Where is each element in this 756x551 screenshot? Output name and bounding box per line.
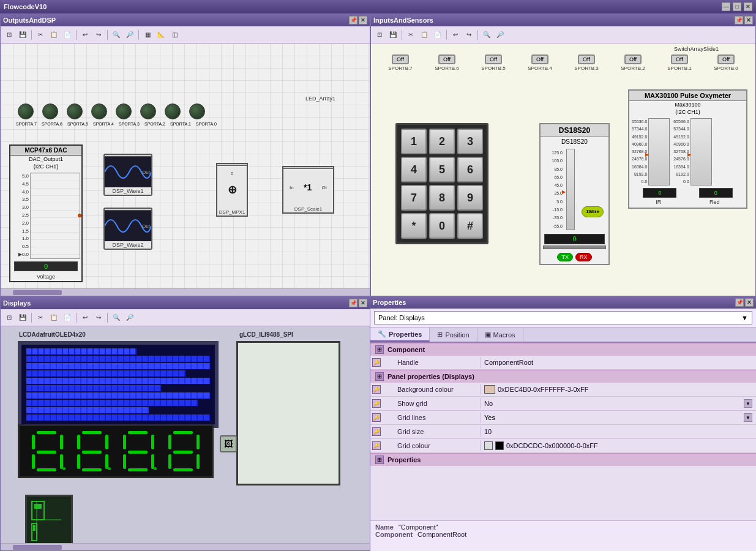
- panel-selector-dropdown[interactable]: Panel: Displays ▼: [374, 311, 752, 324]
- led-1[interactable]: [165, 103, 181, 119]
- key-0[interactable]: 0: [429, 213, 455, 239]
- displays-scrollbar[interactable]: [1, 543, 370, 550]
- outputs-scrollbar[interactable]: [1, 288, 370, 296]
- prop-bg-colour-value[interactable]: 0xDEC4B0-0xFFFFFF-3-0xFF: [481, 383, 756, 395]
- displays-pin-btn[interactable]: 📌: [349, 299, 357, 307]
- inputs-close-btn[interactable]: ✕: [744, 16, 753, 24]
- inputs-pin-btn[interactable]: 📌: [735, 16, 743, 24]
- key-3[interactable]: 3: [457, 129, 483, 154]
- inp-tool-7[interactable]: ↪: [463, 29, 475, 41]
- switch-7[interactable]: Off: [392, 54, 409, 64]
- key-7[interactable]: 7: [401, 185, 427, 211]
- prop-grid-lines-icon: 🔑: [370, 411, 383, 424]
- switch-1[interactable]: Off: [671, 54, 688, 64]
- show-grid-dropdown-btn[interactable]: ▼: [744, 399, 752, 408]
- tool-align[interactable]: 📐: [155, 29, 167, 41]
- tab-position-label: Position: [445, 331, 469, 339]
- tab-position[interactable]: ⊞ Position: [430, 328, 477, 342]
- inp-tool-8[interactable]: 🔍: [481, 29, 493, 41]
- key-star[interactable]: *: [401, 213, 427, 239]
- inp-tool-9[interactable]: 🔎: [494, 29, 506, 41]
- grid-lines-dropdown-btn[interactable]: ▼: [744, 413, 752, 422]
- key-8[interactable]: 8: [429, 185, 455, 211]
- tool-paste[interactable]: 📄: [61, 29, 73, 41]
- key-hash[interactable]: #: [457, 213, 483, 239]
- tool-undo[interactable]: ↩: [79, 29, 91, 41]
- switch-3[interactable]: Off: [578, 54, 595, 64]
- inp-tool-1[interactable]: ⊡: [373, 29, 386, 41]
- tool-cut[interactable]: ✂: [34, 29, 47, 41]
- outputs-pin-btn[interactable]: 📌: [349, 16, 357, 24]
- minimize-btn[interactable]: —: [722, 2, 730, 11]
- disp-tool-9[interactable]: 🔎: [124, 312, 136, 324]
- close-btn[interactable]: ✕: [744, 2, 752, 11]
- key-5[interactable]: 5: [429, 157, 455, 182]
- port-label-5: SPORTA.5: [67, 122, 89, 126]
- inp-tool-2[interactable]: 💾: [387, 29, 399, 41]
- led-array-bulbs: [18, 103, 205, 119]
- led-3[interactable]: [116, 103, 132, 119]
- tool-zoomin[interactable]: 🔍: [110, 29, 122, 41]
- tab-properties[interactable]: 🔧 Properties: [370, 328, 430, 342]
- switch-4[interactable]: Off: [531, 54, 548, 64]
- displays-scrollbar-thumb[interactable]: [13, 545, 62, 550]
- prop-handle-label: Handle: [383, 357, 481, 368]
- disp-tool-2[interactable]: 💾: [17, 312, 29, 324]
- disp-tool-5[interactable]: 📄: [61, 312, 73, 324]
- key-4[interactable]: 4: [401, 157, 427, 182]
- tool-copy[interactable]: 📋: [48, 29, 60, 41]
- disp-tool-3[interactable]: ✂: [34, 312, 47, 324]
- tx-btn[interactable]: TX: [557, 253, 573, 261]
- switch-5[interactable]: Off: [485, 54, 502, 64]
- led-0[interactable]: [189, 103, 205, 119]
- properties-titlebar: Properties 📌 ✕: [370, 296, 756, 309]
- displays-close-btn[interactable]: ✕: [359, 299, 367, 307]
- disp-tool-7[interactable]: ↪: [92, 312, 105, 324]
- tool-sep1: [31, 30, 32, 40]
- prop-show-grid-label: Show grid: [383, 398, 481, 409]
- prop-handle-row: 🔑 Handle ComponentRoot: [370, 356, 756, 370]
- scale-label: DSP_Scale1: [283, 206, 333, 212]
- properties-close-btn[interactable]: ✕: [745, 298, 754, 307]
- led-7[interactable]: [18, 103, 34, 119]
- tx-rx-row: TX RX: [541, 250, 608, 264]
- tab-macros[interactable]: ▣ Macros: [477, 328, 523, 342]
- key-1[interactable]: 1: [401, 129, 427, 154]
- section-panel-icon: ⊞: [375, 372, 384, 381]
- prop-grid-colour-value[interactable]: 0xDCDCDC-0x000000-0-0xFF: [481, 440, 756, 452]
- rx-btn[interactable]: RX: [575, 253, 592, 261]
- inp-tool-5[interactable]: 📄: [432, 29, 444, 41]
- properties-panel: Properties 📌 ✕ Panel: Displays ▼ 🔧 Prope…: [370, 296, 756, 551]
- led-4[interactable]: [91, 103, 107, 119]
- key-9[interactable]: 9: [457, 185, 483, 211]
- inp-tool-3[interactable]: ✂: [405, 29, 417, 41]
- disp-tool-4[interactable]: 📋: [48, 312, 60, 324]
- outputs-close-btn[interactable]: ✕: [359, 16, 367, 24]
- tool-save[interactable]: 💾: [17, 29, 29, 41]
- disp-sep2: [76, 313, 77, 323]
- outputs-scrollbar-thumb[interactable]: [13, 290, 62, 295]
- switch-2[interactable]: Off: [624, 54, 642, 64]
- led-5[interactable]: [67, 103, 83, 119]
- key-2[interactable]: 2: [429, 129, 455, 154]
- ds18s20-subtitle: DS18S20: [541, 137, 608, 146]
- disp-tool-1[interactable]: ⊡: [3, 312, 15, 324]
- switch-6[interactable]: Off: [438, 54, 455, 64]
- disp-tool-6[interactable]: ↩: [79, 312, 91, 324]
- tool-sep2: [76, 30, 77, 40]
- led-2[interactable]: [140, 103, 156, 119]
- inp-tool-6[interactable]: ↩: [449, 29, 462, 41]
- maximize-btn[interactable]: □: [733, 2, 741, 11]
- led-6[interactable]: [42, 103, 58, 119]
- tool-new[interactable]: ⊡: [3, 29, 15, 41]
- key-6[interactable]: 6: [457, 157, 483, 182]
- tool-snap[interactable]: ◫: [168, 29, 181, 41]
- tool-grid[interactable]: ▦: [141, 29, 154, 41]
- glcd-label: gLCD_ILI9488_SPI: [239, 331, 293, 338]
- inp-tool-4[interactable]: 📋: [418, 29, 430, 41]
- properties-pin-btn[interactable]: 📌: [735, 298, 744, 307]
- tool-redo[interactable]: ↪: [92, 29, 105, 41]
- switch-0[interactable]: Off: [717, 54, 735, 64]
- disp-tool-8[interactable]: 🔍: [110, 312, 122, 324]
- tool-zoomout[interactable]: 🔎: [124, 29, 136, 41]
